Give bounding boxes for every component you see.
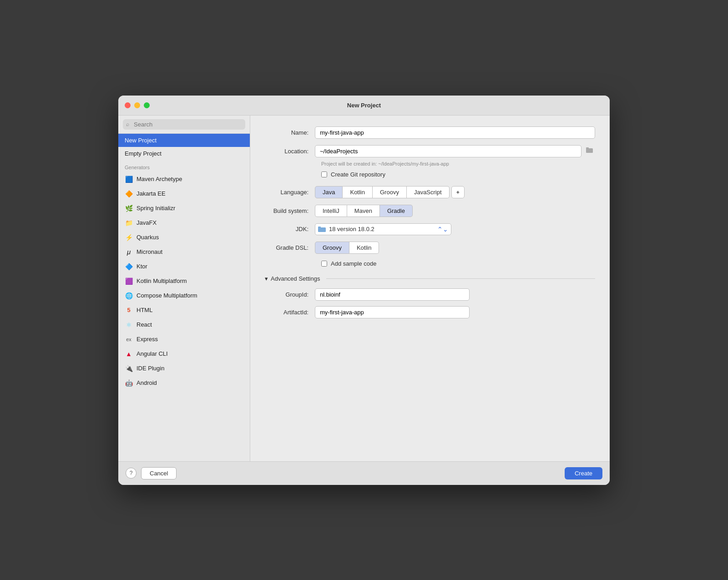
sidebar-item-empty-project[interactable]: Empty Project xyxy=(118,147,250,160)
sidebar-item-new-project[interactable]: New Project xyxy=(118,134,250,147)
sidebar-item-express[interactable]: ex Express xyxy=(118,332,250,347)
sidebar: ⌕ New Project Empty Project Generators 🟦… xyxy=(118,116,250,461)
jakarta-icon: 🔶 xyxy=(125,190,133,198)
search-wrapper: ⌕ xyxy=(123,119,245,130)
sidebar-item-label: Maven Archetype xyxy=(136,176,182,182)
sidebar-item-compose-mp[interactable]: 🌐 Compose Multiplatform xyxy=(118,288,250,303)
sidebar-item-label: Compose Multiplatform xyxy=(136,292,197,299)
create-git-label[interactable]: Create Git repository xyxy=(331,171,385,178)
language-javascript-button[interactable]: JavaScript xyxy=(407,186,450,198)
build-maven-button[interactable]: Maven xyxy=(347,205,380,217)
build-system-row: Build system: IntelliJ Maven Gradle xyxy=(265,205,595,217)
language-java-button[interactable]: Java xyxy=(315,186,343,198)
language-groovy-button[interactable]: Groovy xyxy=(373,186,407,198)
maximize-button[interactable] xyxy=(144,102,150,108)
dialog-content: ⌕ New Project Empty Project Generators 🟦… xyxy=(118,116,610,461)
artifactid-input[interactable] xyxy=(315,306,470,318)
titlebar: New Project xyxy=(118,96,610,116)
ktor-icon: 🔷 xyxy=(125,262,133,271)
groupid-row: GroupId: xyxy=(265,288,595,301)
sidebar-item-label: Empty Project xyxy=(125,150,162,157)
sidebar-item-angular[interactable]: ▲ Angular CLI xyxy=(118,347,250,361)
advanced-content: GroupId: ArtifactId: xyxy=(265,288,595,318)
create-button[interactable]: Create xyxy=(565,467,602,479)
advanced-chevron-icon: ▾ xyxy=(265,275,268,282)
browse-folder-button[interactable] xyxy=(584,145,595,157)
sidebar-item-react[interactable]: ⚛ React xyxy=(118,318,250,332)
groupid-input[interactable] xyxy=(315,288,470,301)
advanced-section: ▾ Advanced Settings GroupId: ArtifactId: xyxy=(265,275,595,318)
language-row: Language: Java Kotlin Groovy JavaScript … xyxy=(265,186,595,198)
gradle-dsl-kotlin-button[interactable]: Kotlin xyxy=(349,242,379,254)
close-button[interactable] xyxy=(125,102,131,108)
sidebar-item-jakarta[interactable]: 🔶 Jakarta EE xyxy=(118,187,250,201)
add-language-button[interactable]: + xyxy=(451,186,465,198)
gradle-dsl-groovy-button[interactable]: Groovy xyxy=(315,242,349,254)
add-sample-label[interactable]: Add sample code xyxy=(331,260,376,267)
cancel-button[interactable]: Cancel xyxy=(141,467,177,479)
jdk-arrows-icon: ⌃⌄ xyxy=(437,226,448,233)
search-input[interactable] xyxy=(123,119,245,130)
build-gradle-button[interactable]: Gradle xyxy=(380,205,413,217)
name-input[interactable] xyxy=(315,126,595,139)
jdk-select[interactable]: 18 version 18.0.2 ⌃⌄ xyxy=(315,223,451,235)
help-button[interactable]: ? xyxy=(126,468,136,479)
sidebar-item-label: Kotlin Multiplatform xyxy=(136,277,187,284)
name-label: Name: xyxy=(265,129,315,136)
sidebar-item-ide-plugin[interactable]: 🔌 IDE Plugin xyxy=(118,361,250,376)
sidebar-item-label: Quarkus xyxy=(136,234,159,241)
artifactid-label: ArtifactId: xyxy=(265,309,315,316)
create-git-checkbox[interactable] xyxy=(321,171,327,177)
gradle-dsl-label: Gradle DSL: xyxy=(265,244,315,251)
svg-rect-3 xyxy=(318,227,321,228)
advanced-header[interactable]: ▾ Advanced Settings xyxy=(265,275,595,282)
advanced-divider xyxy=(326,278,595,279)
spring-icon: 🌿 xyxy=(125,204,133,212)
sidebar-item-kotlin-mp[interactable]: 🟪 Kotlin Multiplatform xyxy=(118,274,250,288)
sidebar-item-label: Ktor xyxy=(136,263,147,270)
sidebar-item-label: JavaFX xyxy=(136,219,157,226)
express-icon: ex xyxy=(125,335,133,343)
sidebar-item-android[interactable]: 🤖 Android xyxy=(118,376,250,390)
sidebar-item-label: New Project xyxy=(125,137,157,144)
sidebar-item-ktor[interactable]: 🔷 Ktor xyxy=(118,259,250,274)
sidebar-item-label: Micronaut xyxy=(136,248,162,255)
sidebar-item-label: React xyxy=(136,321,152,328)
sidebar-item-label: HTML xyxy=(136,307,152,313)
groupid-label: GroupId: xyxy=(265,291,315,298)
svg-rect-1 xyxy=(586,147,589,149)
artifactid-row: ArtifactId: xyxy=(265,306,595,318)
location-input[interactable] xyxy=(315,145,581,157)
gradle-dsl-group: Groovy Kotlin xyxy=(315,242,379,254)
sidebar-item-micronaut[interactable]: μ Micronaut xyxy=(118,245,250,259)
language-kotlin-button[interactable]: Kotlin xyxy=(343,186,373,198)
build-system-group: IntelliJ Maven Gradle xyxy=(315,205,413,217)
sidebar-item-javafx[interactable]: 📁 JavaFX xyxy=(118,216,250,230)
minimize-button[interactable] xyxy=(134,102,140,108)
sidebar-item-label: Express xyxy=(136,336,158,343)
sidebar-item-html[interactable]: 5 HTML xyxy=(118,303,250,318)
react-icon: ⚛ xyxy=(125,321,133,329)
svg-rect-0 xyxy=(586,148,593,153)
location-hint: Project will be created in: ~/IdeaProjec… xyxy=(321,161,595,166)
sidebar-item-maven[interactable]: 🟦 Maven Archetype xyxy=(118,172,250,187)
language-label: Language: xyxy=(265,189,315,196)
location-wrapper xyxy=(315,145,595,157)
add-sample-checkbox[interactable] xyxy=(321,261,327,267)
sidebar-item-quarkus[interactable]: ⚡ Quarkus xyxy=(118,230,250,245)
build-system-label: Build system: xyxy=(265,207,315,214)
bottom-left: ? Cancel xyxy=(126,467,177,479)
sidebar-item-spring[interactable]: 🌿 Spring Initializr xyxy=(118,201,250,216)
micronaut-icon: μ xyxy=(125,248,133,256)
traffic-lights xyxy=(125,102,150,108)
language-button-group: Java Kotlin Groovy JavaScript xyxy=(315,186,450,198)
search-bar: ⌕ xyxy=(118,116,250,134)
generators-label: Generators xyxy=(118,160,250,172)
svg-rect-2 xyxy=(318,227,326,232)
ide-plugin-icon: 🔌 xyxy=(125,364,133,373)
location-row: Location: xyxy=(265,145,595,157)
build-intellij-button[interactable]: IntelliJ xyxy=(315,205,347,217)
name-row: Name: xyxy=(265,126,595,139)
kotlin-mp-icon: 🟪 xyxy=(125,277,133,285)
main-panel: Name: Location: Project will be c xyxy=(250,116,610,461)
